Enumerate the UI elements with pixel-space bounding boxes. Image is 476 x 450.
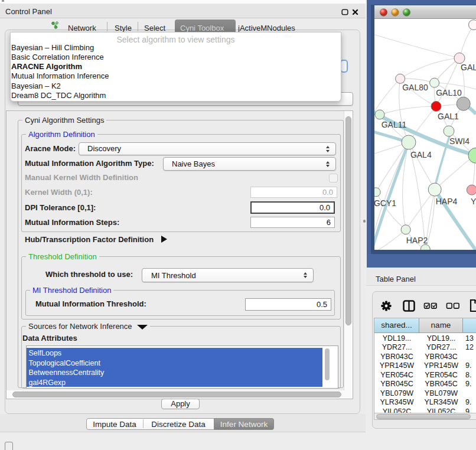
svg-text:GAL80: GAL80 [402, 83, 428, 92]
svg-text:GAL: GAL [461, 63, 476, 72]
svg-text:GAL1: GAL1 [438, 112, 459, 121]
svg-text:GAL11: GAL11 [382, 120, 407, 129]
svg-text:GAL10: GAL10 [436, 88, 462, 97]
svg-text:Y: Y [471, 197, 476, 206]
svg-text:HAP4: HAP4 [436, 197, 458, 206]
svg-text:GAL4: GAL4 [410, 150, 432, 159]
svg-text:GCY1: GCY1 [374, 198, 396, 208]
svg-text:SWI4: SWI4 [449, 136, 470, 146]
svg-text:HAP2: HAP2 [406, 236, 428, 245]
